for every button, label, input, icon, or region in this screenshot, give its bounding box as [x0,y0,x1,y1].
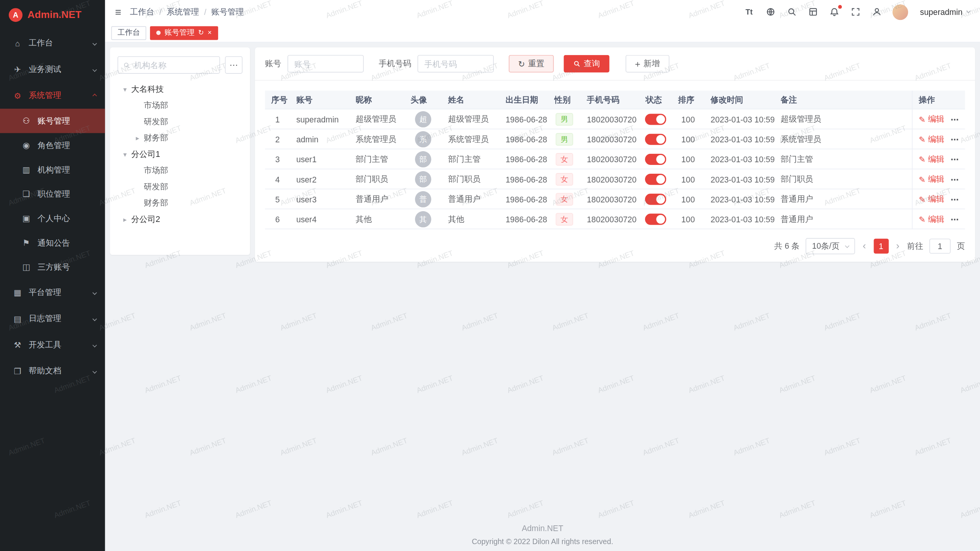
sidebar-item-system-manage[interactable]: ⚙系统管理 [0,83,105,109]
status-toggle[interactable] [645,114,666,125]
cell-phone: 18020030720 [581,209,639,229]
breadcrumb-item[interactable]: 工作台 [130,6,154,17]
sidebar-item-personal-center[interactable]: ▣个人中心 [0,206,105,231]
tree-node[interactable]: ▾大名科技 [118,81,243,97]
sidebar-item-role-manage[interactable]: ◉角色管理 [0,133,105,158]
cell-gender: 女 [548,169,581,189]
next-page-button[interactable]: › [895,241,900,251]
edit-icon: ✎ [919,195,926,204]
page-unit-label: 页 [957,241,965,252]
account-input[interactable] [287,55,364,73]
cell-account: user1 [290,149,350,169]
caret-right-icon[interactable]: ▸ [134,134,141,142]
sidebar-item-account-manage[interactable]: ⚇账号管理 [0,109,105,133]
caret-down-icon[interactable]: ▾ [121,150,129,158]
post-icon: ❏ [21,189,31,199]
cell-no: 6 [265,209,290,229]
page-size-select[interactable]: 10条/页 [806,238,855,254]
cell-modified-time: 2023-01-03 10:59:44 [704,149,774,169]
edit-button[interactable]: ✎编辑 [919,134,944,145]
notification-bell-icon[interactable] [829,7,840,17]
tab-close-icon[interactable]: × [207,29,212,36]
edit-icon: ✎ [919,215,926,224]
edit-button[interactable]: ✎编辑 [919,214,944,225]
edit-button[interactable]: ✎编辑 [919,154,944,165]
status-toggle[interactable] [645,134,666,145]
sidebar-item-workbench[interactable]: ⌂工作台 [0,30,105,56]
user-menu[interactable]: superadmin [920,7,970,16]
user-icon: ⚇ [21,116,31,126]
search-icon[interactable] [786,7,797,17]
tree-node-label: 研发部 [144,181,168,192]
cell-name: 系统管理员 [442,129,499,149]
goto-page-input[interactable] [929,239,951,254]
page-number-1[interactable]: 1 [874,239,889,254]
sidebar-item-third-account[interactable]: ◫三方账号 [0,255,105,279]
org-search-input[interactable] [134,60,214,70]
add-button[interactable]: + 新增 [626,55,669,73]
tabbar: 工作台 账号管理 ↻ × [105,24,980,42]
tree-node[interactable]: 研发部 [118,114,243,130]
edit-button[interactable]: ✎编辑 [919,114,944,125]
sidebar-item-label: 机构管理 [38,164,70,175]
caret-right-icon[interactable]: ▸ [121,215,129,223]
user-avatar[interactable] [893,4,908,20]
tree-node[interactable]: ▸财务部 [118,130,243,146]
status-toggle[interactable] [645,214,666,225]
more-actions-icon[interactable]: ⋯ [951,195,959,204]
edit-button[interactable]: ✎编辑 [919,194,944,205]
sidebar-item-label: 帮助文档 [29,365,93,377]
fullscreen-icon[interactable] [850,7,861,17]
status-toggle[interactable] [645,174,666,185]
more-actions-icon[interactable]: ⋯ [951,155,959,164]
sidebar-item-business-test[interactable]: ✈业务测试 [0,56,105,83]
cell-no: 4 [265,169,290,189]
user-settings-icon[interactable] [871,7,882,17]
cell-remark: 系统管理员 [774,129,912,149]
sidebar-item-post-manage[interactable]: ❏职位管理 [0,182,105,206]
sidebar-item-notice[interactable]: ⚑通知公告 [0,230,105,255]
search-button[interactable]: 查询 [564,55,609,73]
edit-button[interactable]: ✎编辑 [919,174,944,185]
cell-account: superadmin [290,109,350,129]
reset-button[interactable]: ↻ 重置 [509,55,554,73]
more-actions-icon[interactable]: ⋯ [951,215,959,224]
sidebar-item-org-manage[interactable]: ▥机构管理 [0,157,105,182]
sidebar-item-platform-manage[interactable]: ▦平台管理 [0,279,105,306]
breadcrumb-item-current: 账号管理 [211,6,244,17]
tree-node[interactable]: 市场部 [118,162,243,178]
tab-workbench[interactable]: 工作台 [111,26,146,40]
caret-down-icon[interactable]: ▾ [121,85,129,93]
more-actions-icon[interactable]: ⋯ [951,115,959,124]
logo[interactable]: A Admin.NET [0,0,105,30]
column-header: 账号 [290,94,350,105]
status-toggle[interactable] [645,194,666,205]
cell-operations: ✎编辑⋯ [912,149,965,169]
org-more-button[interactable]: ⋯ [225,56,243,74]
hamburger-menu-icon[interactable]: ≡ [115,7,121,17]
tab-account-manage[interactable]: 账号管理 ↻ × [150,26,218,40]
tree-node[interactable]: ▾分公司1 [118,146,243,162]
tree-node[interactable]: 财务部 [118,195,243,211]
tab-refresh-icon[interactable]: ↻ [198,29,204,36]
main-column: ≡ 工作台 / 系统管理 / 账号管理 Tt [105,0,980,551]
column-header: 姓名 [442,94,499,105]
status-toggle[interactable] [645,154,666,165]
more-actions-icon[interactable]: ⋯ [951,135,959,144]
sidebar-item-help-docs[interactable]: ❐帮助文档 [0,358,105,385]
tree-node[interactable]: 研发部 [118,179,243,195]
language-icon[interactable] [765,7,776,17]
tree-node[interactable]: ▸分公司2 [118,211,243,227]
breadcrumb-item[interactable]: 系统管理 [167,6,199,17]
reset-button-label: 重置 [528,58,544,69]
prev-page-button[interactable]: ‹ [861,241,867,251]
sidebar-item-dev-tools[interactable]: ⚒开发工具 [0,332,105,358]
font-size-icon[interactable]: Tt [744,7,755,17]
tree-node[interactable]: 市场部 [118,98,243,114]
sidebar-item-log-manage[interactable]: ▤日志管理 [0,305,105,332]
pagination: 共 6 条 10条/页 ‹ 1 › 前往 页 [265,238,965,254]
more-actions-icon[interactable]: ⋯ [951,174,959,184]
layout-settings-icon[interactable] [807,7,818,17]
cell-sort: 100 [672,149,704,169]
phone-input[interactable] [418,55,494,73]
